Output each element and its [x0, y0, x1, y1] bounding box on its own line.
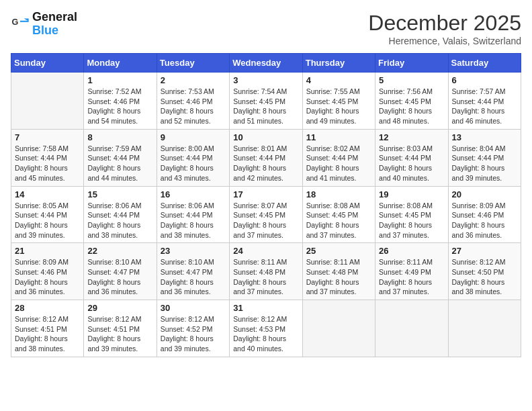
calendar-cell: 23Sunrise: 8:10 AMSunset: 4:47 PMDayligh…: [157, 243, 229, 300]
calendar-cell: 1Sunrise: 7:52 AMSunset: 4:46 PMDaylight…: [84, 73, 157, 130]
day-info: Sunrise: 8:07 AMSunset: 4:45 PMDaylight:…: [233, 201, 298, 240]
day-info: Sunrise: 8:01 AMSunset: 4:44 PMDaylight:…: [233, 144, 298, 183]
calendar-cell: 28Sunrise: 8:12 AMSunset: 4:51 PMDayligh…: [11, 300, 84, 357]
calendar-cell: 30Sunrise: 8:12 AMSunset: 4:52 PMDayligh…: [157, 300, 229, 357]
calendar-cell: 13Sunrise: 8:04 AMSunset: 4:44 PMDayligh…: [448, 129, 521, 186]
calendar-cell: 25Sunrise: 8:11 AMSunset: 4:48 PMDayligh…: [302, 243, 375, 300]
day-info: Sunrise: 8:11 AMSunset: 4:48 PMDaylight:…: [306, 257, 371, 297]
day-number: 2: [161, 75, 226, 85]
day-info: Sunrise: 8:12 AMSunset: 4:52 PMDaylight:…: [161, 314, 226, 354]
day-number: 12: [379, 132, 444, 142]
day-number: 16: [161, 189, 226, 199]
day-number: 24: [233, 246, 298, 256]
day-info: Sunrise: 7:55 AMSunset: 4:45 PMDaylight:…: [306, 87, 371, 126]
day-info: Sunrise: 8:06 AMSunset: 4:44 PMDaylight:…: [87, 201, 152, 240]
day-info: Sunrise: 8:11 AMSunset: 4:49 PMDaylight:…: [379, 257, 444, 297]
location: Heremence, Valais, Switzerland: [368, 36, 521, 46]
day-number: 1: [87, 75, 152, 85]
day-info: Sunrise: 8:09 AMSunset: 4:46 PMDaylight:…: [15, 257, 80, 297]
day-number: 27: [452, 246, 517, 256]
day-info: Sunrise: 7:52 AMSunset: 4:46 PMDaylight:…: [87, 87, 152, 126]
day-number: 3: [233, 75, 298, 85]
page-header: G GeneralBlue December 2025 Heremence, V…: [11, 11, 521, 46]
day-number: 9: [161, 132, 226, 142]
month-title: December 2025: [368, 11, 521, 36]
day-info: Sunrise: 8:12 AMSunset: 4:50 PMDaylight:…: [452, 257, 517, 297]
calendar-cell: 6Sunrise: 7:57 AMSunset: 4:44 PMDaylight…: [448, 73, 521, 130]
calendar-cell: 26Sunrise: 8:11 AMSunset: 4:49 PMDayligh…: [375, 243, 448, 300]
day-info: Sunrise: 8:09 AMSunset: 4:46 PMDaylight:…: [452, 201, 517, 240]
calendar-cell: 31Sunrise: 8:12 AMSunset: 4:53 PMDayligh…: [230, 300, 302, 357]
calendar-cell: 17Sunrise: 8:07 AMSunset: 4:45 PMDayligh…: [230, 186, 302, 243]
day-info: Sunrise: 7:57 AMSunset: 4:44 PMDaylight:…: [452, 87, 517, 126]
calendar-week-2: 7Sunrise: 7:58 AMSunset: 4:44 PMDaylight…: [11, 129, 521, 186]
weekday-monday: Monday: [84, 54, 157, 73]
day-number: 8: [87, 132, 152, 142]
calendar-body: 1Sunrise: 7:52 AMSunset: 4:46 PMDaylight…: [11, 73, 521, 357]
calendar-cell: 9Sunrise: 8:00 AMSunset: 4:44 PMDaylight…: [157, 129, 229, 186]
calendar-cell: 27Sunrise: 8:12 AMSunset: 4:50 PMDayligh…: [448, 243, 521, 300]
day-number: 13: [452, 132, 517, 142]
calendar-cell: [302, 300, 375, 357]
calendar-cell: [375, 300, 448, 357]
weekday-sunday: Sunday: [11, 54, 84, 73]
day-number: 28: [15, 303, 80, 313]
day-number: 29: [87, 303, 152, 313]
day-info: Sunrise: 8:10 AMSunset: 4:47 PMDaylight:…: [87, 257, 152, 297]
calendar-cell: 7Sunrise: 7:58 AMSunset: 4:44 PMDaylight…: [11, 129, 84, 186]
day-info: Sunrise: 8:03 AMSunset: 4:44 PMDaylight:…: [379, 144, 444, 183]
calendar-cell: 2Sunrise: 7:53 AMSunset: 4:46 PMDaylight…: [157, 73, 229, 130]
logo: G GeneralBlue: [11, 11, 77, 38]
calendar-cell: 20Sunrise: 8:09 AMSunset: 4:46 PMDayligh…: [448, 186, 521, 243]
day-info: Sunrise: 8:06 AMSunset: 4:44 PMDaylight:…: [161, 201, 226, 240]
day-number: 14: [15, 189, 80, 199]
calendar-cell: 22Sunrise: 8:10 AMSunset: 4:47 PMDayligh…: [84, 243, 157, 300]
weekday-saturday: Saturday: [448, 54, 521, 73]
calendar-table: SundayMondayTuesdayWednesdayThursdayFrid…: [11, 53, 521, 357]
day-info: Sunrise: 7:56 AMSunset: 4:45 PMDaylight:…: [379, 87, 444, 126]
calendar-cell: 18Sunrise: 8:08 AMSunset: 4:45 PMDayligh…: [302, 186, 375, 243]
day-info: Sunrise: 8:00 AMSunset: 4:44 PMDaylight:…: [161, 144, 226, 183]
calendar-cell: 4Sunrise: 7:55 AMSunset: 4:45 PMDaylight…: [302, 73, 375, 130]
day-info: Sunrise: 7:54 AMSunset: 4:45 PMDaylight:…: [233, 87, 298, 126]
day-number: 30: [161, 303, 226, 313]
day-number: 19: [379, 189, 444, 199]
calendar-cell: 16Sunrise: 8:06 AMSunset: 4:44 PMDayligh…: [157, 186, 229, 243]
logo-icon: G: [11, 15, 30, 34]
day-info: Sunrise: 8:08 AMSunset: 4:45 PMDaylight:…: [306, 201, 371, 240]
day-number: 10: [233, 132, 298, 142]
day-number: 25: [306, 246, 371, 256]
calendar-cell: [448, 300, 521, 357]
day-number: 21: [15, 246, 80, 256]
day-number: 7: [15, 132, 80, 142]
day-number: 5: [379, 75, 444, 85]
calendar-week-4: 21Sunrise: 8:09 AMSunset: 4:46 PMDayligh…: [11, 243, 521, 300]
calendar-week-5: 28Sunrise: 8:12 AMSunset: 4:51 PMDayligh…: [11, 300, 521, 357]
day-number: 6: [452, 75, 517, 85]
day-number: 23: [161, 246, 226, 256]
day-info: Sunrise: 8:04 AMSunset: 4:44 PMDaylight:…: [452, 144, 517, 183]
day-number: 26: [379, 246, 444, 256]
calendar-cell: 15Sunrise: 8:06 AMSunset: 4:44 PMDayligh…: [84, 186, 157, 243]
svg-text:G: G: [11, 17, 18, 27]
weekday-friday: Friday: [375, 54, 448, 73]
day-number: 31: [233, 303, 298, 313]
day-number: 4: [306, 75, 371, 85]
day-info: Sunrise: 8:08 AMSunset: 4:45 PMDaylight:…: [379, 201, 444, 240]
weekday-tuesday: Tuesday: [157, 54, 229, 73]
title-section: December 2025 Heremence, Valais, Switzer…: [368, 11, 521, 46]
weekday-wednesday: Wednesday: [230, 54, 302, 73]
calendar-cell: 5Sunrise: 7:56 AMSunset: 4:45 PMDaylight…: [375, 73, 448, 130]
day-info: Sunrise: 8:02 AMSunset: 4:44 PMDaylight:…: [306, 144, 371, 183]
day-number: 15: [87, 189, 152, 199]
calendar-cell: 11Sunrise: 8:02 AMSunset: 4:44 PMDayligh…: [302, 129, 375, 186]
calendar-cell: 21Sunrise: 8:09 AMSunset: 4:46 PMDayligh…: [11, 243, 84, 300]
calendar-cell: [11, 73, 84, 130]
day-info: Sunrise: 8:11 AMSunset: 4:48 PMDaylight:…: [233, 257, 298, 297]
calendar-cell: 8Sunrise: 7:59 AMSunset: 4:44 PMDaylight…: [84, 129, 157, 186]
day-number: 17: [233, 189, 298, 199]
day-info: Sunrise: 8:12 AMSunset: 4:51 PMDaylight:…: [87, 314, 152, 354]
day-info: Sunrise: 8:12 AMSunset: 4:51 PMDaylight:…: [15, 314, 80, 354]
calendar-cell: 14Sunrise: 8:05 AMSunset: 4:44 PMDayligh…: [11, 186, 84, 243]
calendar-week-1: 1Sunrise: 7:52 AMSunset: 4:46 PMDaylight…: [11, 73, 521, 130]
